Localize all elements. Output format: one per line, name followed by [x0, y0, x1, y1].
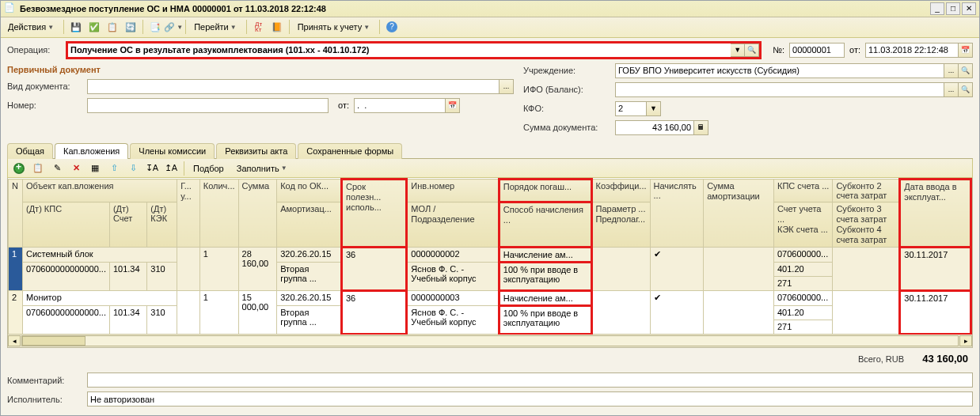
col-sub2[interactable]: Субконто 2 счета затрат — [833, 180, 900, 202]
ok-icon[interactable]: ✅ — [86, 19, 102, 35]
col-sposob[interactable]: Способ начисления ... — [499, 202, 591, 248]
totals-label: Всего, RUB — [858, 354, 904, 364]
edit-row-icon[interactable]: ✎ — [49, 161, 65, 176]
podbor-button[interactable]: Подбор — [189, 161, 230, 176]
table-row[interactable]: 1Системный блок128 160,00320.26.20.15360… — [9, 248, 971, 263]
comment-field[interactable] — [87, 373, 973, 388]
scroll-right-button[interactable]: ▸ — [959, 335, 972, 346]
col-param[interactable]: Параметр ...Предполаг... — [591, 202, 650, 248]
tab-act-details[interactable]: Реквизиты акта — [216, 143, 296, 159]
add-row-icon[interactable] — [11, 161, 27, 176]
ifo-field[interactable] — [615, 82, 944, 97]
clone-row-icon[interactable]: 📋 — [30, 161, 46, 176]
org-select-button[interactable]: ... — [944, 63, 959, 78]
num2-field[interactable] — [87, 98, 329, 113]
executor-field[interactable] — [87, 391, 973, 407]
move-up-icon[interactable] — [106, 161, 122, 176]
kfo-field[interactable] — [615, 101, 647, 116]
tab-general[interactable]: Общая — [7, 143, 53, 159]
operation-search-button[interactable]: 🔍 — [745, 43, 759, 57]
grid-toolbar: 📋 ✎ ✕ ▦ ↧A ↥A Подбор Заполнить▼ — [7, 159, 973, 178]
link-icon[interactable]: 🔗▼ — [165, 19, 181, 35]
dt-kt-icon[interactable]: ДтКт — [251, 19, 267, 35]
col-dtkek[interactable]: (Дт) КЭК — [147, 202, 177, 248]
minimize-button[interactable]: _ — [930, 2, 944, 15]
delete-row-icon[interactable]: ✕ — [68, 161, 84, 176]
operation-field[interactable] — [68, 43, 731, 57]
org-search-button[interactable]: 🔍 — [959, 63, 973, 78]
org-field[interactable] — [615, 63, 944, 78]
close-button[interactable]: ✕ — [962, 2, 976, 15]
col-pogash[interactable]: Порядок погаш... — [499, 180, 591, 202]
col-obj[interactable]: Объект кап.вложения — [23, 180, 177, 202]
comment-label: Комментарий: — [7, 376, 82, 385]
kfo-label: КФО: — [523, 104, 610, 113]
sum-field[interactable] — [615, 120, 694, 135]
kfo-dropdown-button[interactable]: ▼ — [647, 101, 661, 116]
num-short-label: №: — [773, 45, 784, 55]
titlebar: 📄 Безвозмездное поступление ОС и НМА 000… — [1, 1, 979, 17]
col-n[interactable]: N — [9, 180, 23, 248]
col-sub34[interactable]: Субконто 3 счета затратСубконто 4 счета … — [833, 202, 900, 248]
refresh-icon[interactable]: 🔄 — [123, 19, 139, 35]
horizontal-scrollbar[interactable]: ◂ ▸ — [8, 335, 972, 347]
save-icon[interactable]: 💾 — [68, 19, 84, 35]
post-icon[interactable]: 📋 — [104, 19, 120, 35]
col-g[interactable]: Г... у... — [177, 180, 200, 248]
move-down-icon[interactable] — [125, 161, 141, 176]
doc-type-field[interactable] — [87, 79, 499, 94]
window-title: Безвозмездное поступление ОС и НМА 00000… — [20, 4, 930, 13]
ot-label: от: — [338, 100, 349, 110]
col-inv[interactable]: Инв.номер — [407, 180, 499, 202]
go-menu[interactable]: Перейти▼ — [190, 19, 242, 35]
main-toolbar: Действия▼ 💾 ✅ 📋 🔄 📑 🔗▼ Перейти▼ ДтКт 📙 П… — [1, 17, 979, 38]
col-data-vvoda[interactable]: Дата ввода в эксплуат... — [900, 180, 971, 248]
col-srok[interactable]: Срок полезн... исполь... — [342, 180, 407, 248]
col-schet-kek[interactable]: Счет учета ...КЭК счета ... — [774, 202, 833, 248]
sum-label: Сумма документа: — [523, 123, 610, 132]
ifo-search-button[interactable]: 🔍 — [959, 82, 973, 97]
doc-number-field[interactable] — [789, 43, 845, 58]
zapolnit-menu[interactable]: Заполнить▼ — [233, 161, 293, 176]
executor-label: Исполнитель: — [7, 395, 82, 404]
col-dtkps[interactable]: (Дт) КПС — [23, 202, 110, 248]
calendar-button[interactable]: 📅 — [959, 43, 973, 58]
date-label: от: — [849, 45, 860, 55]
help-icon[interactable]: ? — [384, 19, 400, 35]
tabs: Общая Кап.вложения Члены комиссии Реквиз… — [1, 142, 979, 158]
operation-dropdown-button[interactable]: ▼ — [731, 43, 745, 57]
operation-label: Операция: — [7, 45, 61, 55]
col-qty[interactable]: Колич... — [199, 180, 238, 248]
col-amort[interactable]: Амортизац... — [277, 202, 342, 248]
take-button[interactable]: Принять к учету▼ — [294, 19, 375, 35]
actions-menu[interactable]: Действия▼ — [4, 19, 59, 35]
ot-calendar-button[interactable]: 📅 — [446, 98, 460, 113]
sort-asc-icon[interactable]: ↧A — [144, 161, 160, 176]
col-sumamort[interactable]: Сумма амортизации — [704, 180, 774, 248]
doc-type-select-button[interactable]: ... — [499, 79, 514, 94]
col-dtschet[interactable]: (Дт) Счет — [109, 202, 146, 248]
copy-icon[interactable]: 📑 — [147, 19, 163, 35]
sort-desc-icon[interactable]: ↥A — [163, 161, 179, 176]
ot-date-field[interactable] — [354, 98, 446, 113]
maximize-button[interactable]: □ — [946, 2, 960, 15]
num2-label: Номер: — [7, 100, 82, 110]
col-koef[interactable]: Коэффици... — [591, 180, 650, 202]
journal-icon[interactable]: 📙 — [269, 19, 285, 35]
tab-kapvlozheniya[interactable]: Кап.вложения — [55, 143, 128, 159]
table-row[interactable]: 2Монитор115 000,00320.26.20.153600000000… — [9, 291, 971, 306]
totals: Всего, RUB 43 160,00 — [1, 348, 979, 373]
col-nachisl[interactable]: Начислять ... — [650, 180, 704, 248]
col-kps-schet[interactable]: КПС счета ... — [774, 180, 833, 202]
tab-saved-forms[interactable]: Сохраненные формы — [298, 143, 402, 159]
ifo-select-button[interactable]: ... — [944, 82, 959, 97]
col-sum[interactable]: Сумма — [238, 180, 277, 248]
ifo-label: ИФО (Баланс): — [523, 85, 610, 94]
fill-icon[interactable]: ▦ — [87, 161, 103, 176]
doc-date-field[interactable] — [865, 43, 959, 58]
col-okof[interactable]: Код по ОК... — [277, 180, 342, 202]
scroll-left-button[interactable]: ◂ — [8, 335, 21, 346]
tab-commission[interactable]: Члены комиссии — [130, 143, 215, 159]
calc-button[interactable]: 🖩 — [694, 120, 708, 135]
col-mol[interactable]: МОЛ / Подразделение — [407, 202, 499, 248]
